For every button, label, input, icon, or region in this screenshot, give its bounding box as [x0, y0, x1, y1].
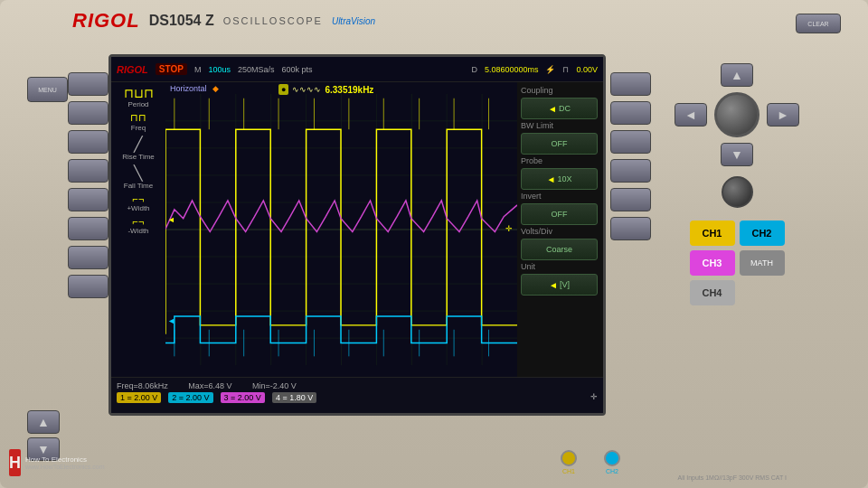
ch1-probe-jack[interactable]: [561, 450, 577, 466]
screen-brand: RIGOL: [117, 64, 148, 75]
screen-timebase: 100us: [208, 65, 231, 74]
unit-arrow: ◄: [549, 280, 558, 290]
probe-arrow: ◄: [547, 174, 556, 184]
meas-fall: ╲ Fall Time: [113, 164, 164, 190]
coupling-label: Coupling: [521, 86, 599, 95]
menu-label: MENU: [38, 87, 57, 93]
bottom-nav-up[interactable]: ▲: [27, 410, 60, 434]
nav-right-button[interactable]: ►: [767, 103, 799, 127]
meas-period: ⊓⊔⊓ Period: [113, 86, 164, 108]
bw-limit-item: BW Limit: [521, 121, 599, 130]
rise-icon: ╱: [113, 136, 164, 153]
ch1-probe: CH1: [561, 450, 577, 474]
side-btn-2[interactable]: [68, 101, 108, 125]
invert-value: OFF: [552, 210, 568, 219]
ch3-button[interactable]: CH3: [690, 250, 735, 276]
unit-value: [V]: [560, 280, 570, 289]
min-meas: Min=-2.40 V: [252, 381, 297, 390]
max-meas: Max=6.48 V: [188, 381, 231, 390]
ch3-readout: 3 = 2.00 V: [221, 392, 265, 403]
freq-icon: ⊓⊓: [113, 112, 164, 124]
screen-status: STOP: [156, 63, 187, 75]
period-icon: ⊓⊔⊓: [113, 86, 164, 100]
invert-btn-inner[interactable]: OFF: [521, 203, 598, 225]
coupling-btn-inner[interactable]: ◄ DC: [521, 98, 598, 119]
ch4-button[interactable]: CH4: [690, 280, 735, 305]
coupling-arrow: ◄: [548, 104, 557, 114]
nav-up-button[interactable]: ▲: [721, 63, 753, 87]
coupling-item: Coupling: [521, 86, 599, 95]
math-button[interactable]: MATH: [740, 250, 785, 276]
ch4-row: CH4: [690, 280, 785, 305]
bw-limit-btn-inner[interactable]: OFF: [521, 133, 598, 155]
right-controls-panel: ▲ ◄ ► ▼ CH1 CH2 CH3 MATH CH4: [624, 54, 850, 434]
screen-header: RIGOL STOP M 100us 250MSa/s 600k pts D 5…: [111, 57, 603, 82]
unit-btn-inner[interactable]: ◄ [V]: [521, 274, 598, 296]
side-btn-3[interactable]: [68, 130, 108, 154]
svg-text:◄: ◄: [167, 316, 175, 325]
clear-label: CLEAR: [807, 21, 828, 27]
svg-text:✛: ✛: [505, 224, 513, 233]
watermark-site: www.HowToElectronics.com: [25, 464, 105, 470]
ch2-button[interactable]: CH2: [740, 221, 785, 246]
neg-width-label: -Width: [113, 227, 164, 235]
ch4-readout: 4 = 1.80 V: [272, 392, 316, 403]
model-text: DS1054 Z: [149, 13, 214, 29]
menu-button[interactable]: MENU: [27, 77, 68, 102]
ch2-probe: CH2: [604, 450, 620, 474]
svg-text:◄: ◄: [167, 215, 175, 224]
ch2-probe-label: CH2: [606, 468, 618, 474]
ultra-vision: UltraVision: [332, 16, 375, 26]
side-btn-5[interactable]: [68, 188, 108, 211]
volts-div-btn-inner[interactable]: Coarse: [521, 239, 598, 260]
unit-item: Unit: [521, 262, 599, 271]
unit-label: Unit: [521, 262, 599, 271]
freq-info-bar: Freq=8.06kHz Max=6.48 V Min=-2.40 V: [117, 381, 598, 390]
nav-left-button[interactable]: ◄: [675, 103, 707, 127]
coupling-value: DC: [559, 104, 571, 113]
invert-label: Invert: [521, 192, 599, 201]
bw-limit-value: OFF: [552, 139, 568, 148]
ch1-button[interactable]: CH1: [690, 221, 735, 246]
nav-down-button[interactable]: ▼: [721, 143, 753, 166]
watermark-text-block: How To Electronics www.HowToElectronics.…: [25, 455, 105, 470]
volts-div-value: Coarse: [546, 245, 572, 254]
probe-item: Probe: [521, 156, 599, 165]
cursor-icon: ✛: [590, 392, 598, 403]
channel-buttons: CH1 CH2 CH3 MATH CH4: [690, 221, 785, 305]
small-knob[interactable]: [722, 176, 753, 208]
watermark-brand: How To Electronics: [25, 455, 105, 464]
ch2-readout: 2 = 2.00 V: [168, 392, 212, 403]
probe-connectors: CH1 CH2: [561, 450, 620, 474]
probe-btn-inner[interactable]: ◄ 10X: [521, 168, 598, 190]
ch2-probe-jack[interactable]: [604, 450, 620, 466]
side-btn-8[interactable]: [68, 275, 108, 298]
channel-readouts: 1 = 2.00 V 2 = 2.00 V 3 = 2.00 V 4 = 1.8…: [117, 392, 598, 403]
screen-sample-rate: 250MSa/s: [238, 65, 275, 74]
brand-name: RIGOL: [72, 9, 140, 33]
screen-mode: M: [194, 65, 202, 74]
meas-freq: ⊓⊓ Freq: [113, 112, 164, 132]
grid-area: ◄ ◄ ✛: [165, 82, 517, 377]
clear-button[interactable]: CLEAR: [796, 14, 841, 33]
side-btn-7[interactable]: [68, 246, 108, 269]
top-label-bar: RIGOL DS1054 Z OSCILLOSCOPE UltraVision: [72, 9, 796, 33]
trigger-level-icon: ⊓: [562, 65, 569, 74]
scope-type: OSCILLOSCOPE: [223, 15, 323, 26]
trigger-level: 0.00V: [576, 65, 598, 74]
trigger-label: D: [471, 65, 477, 74]
main-knob[interactable]: [714, 92, 760, 137]
probe-label: Probe: [521, 156, 599, 165]
pos-width-label: +Width: [113, 204, 164, 212]
side-btn-4[interactable]: [68, 159, 108, 183]
probe-value: 10X: [557, 174, 571, 183]
screen-right-panel: Coupling ◄ DC BW Limit OFF Probe ◄ 10X I…: [517, 82, 603, 377]
freq-label: Freq: [113, 124, 164, 132]
side-btn-6[interactable]: [68, 217, 108, 240]
signal-display: ◄ ◄ ✛: [165, 82, 517, 377]
screen-memory: 600k pts: [281, 65, 312, 74]
ch3-math-row: CH3 MATH: [690, 250, 785, 276]
side-btn-1[interactable]: [68, 72, 108, 96]
screen-footer: Freq=8.06kHz Max=6.48 V Min=-2.40 V 1 = …: [111, 377, 603, 413]
nav-down-row: ▼: [721, 143, 753, 166]
